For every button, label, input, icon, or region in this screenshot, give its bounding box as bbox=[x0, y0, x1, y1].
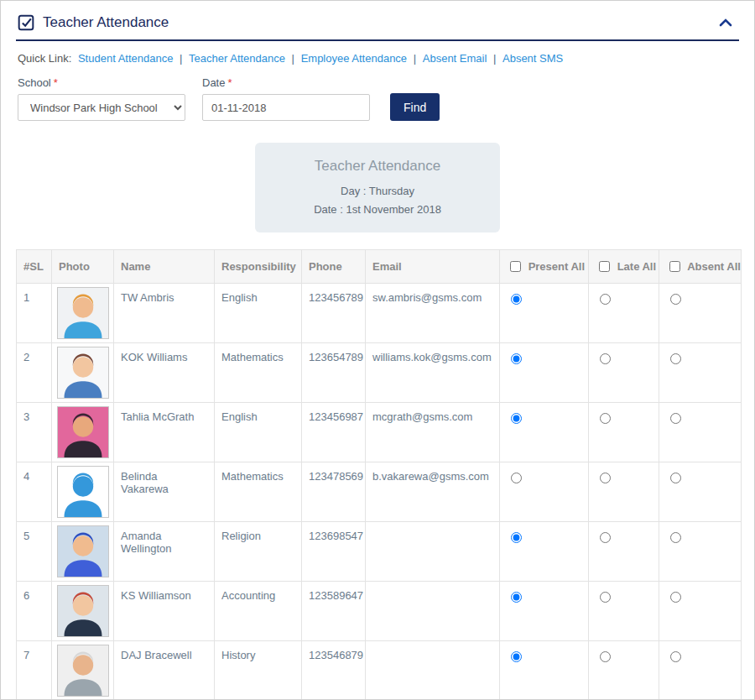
late-cell bbox=[589, 462, 659, 522]
late-cell bbox=[589, 403, 659, 462]
table-row: 7 DAJ Bracewell History 123546879 bbox=[17, 641, 742, 700]
late-radio[interactable] bbox=[600, 353, 611, 364]
link-separator: | bbox=[180, 52, 182, 65]
header-absent-all: Absent All bbox=[659, 250, 742, 284]
email-cell: williams.kok@gsms.com bbox=[366, 343, 500, 403]
late-radio[interactable] bbox=[600, 532, 611, 543]
date-input[interactable] bbox=[202, 94, 370, 121]
link-employee-attendance[interactable]: Employee Attendance bbox=[301, 52, 407, 65]
photo-cell bbox=[52, 403, 114, 462]
absent-radio[interactable] bbox=[670, 353, 681, 364]
table-row: 3 Tahlia McGrath English 123456987 mcgra… bbox=[17, 403, 742, 462]
name-cell: Belinda Vakarewa bbox=[114, 462, 215, 522]
absent-radio[interactable] bbox=[670, 592, 681, 603]
present-cell bbox=[500, 522, 589, 582]
present-cell bbox=[500, 641, 589, 700]
present-radio[interactable] bbox=[511, 353, 522, 364]
header-present-all: Present All bbox=[500, 250, 589, 284]
phone-cell: 123654789 bbox=[302, 343, 366, 403]
avatar bbox=[57, 645, 109, 697]
sl-cell: 7 bbox=[17, 641, 52, 700]
link-absent-email[interactable]: Absent Email bbox=[423, 52, 487, 65]
present-all-checkbox[interactable] bbox=[510, 261, 521, 272]
present-radio[interactable] bbox=[511, 473, 522, 483]
phone-cell: 123478569 bbox=[302, 462, 366, 522]
header-responsibility: Responsibility bbox=[215, 250, 302, 284]
date-field: Date* bbox=[202, 76, 370, 121]
absent-radio[interactable] bbox=[670, 413, 681, 424]
present-radio[interactable] bbox=[511, 592, 522, 603]
header-name: Name bbox=[114, 250, 215, 284]
photo-cell bbox=[52, 582, 114, 641]
present-cell bbox=[500, 582, 589, 641]
table-row: 2 KOK Williams Mathematics 123654789 wil… bbox=[17, 343, 742, 403]
summary-date: Date : 1st November 2018 bbox=[265, 203, 490, 216]
absent-cell bbox=[659, 582, 742, 641]
avatar-head bbox=[73, 476, 93, 496]
late-all-checkbox[interactable] bbox=[599, 261, 610, 272]
name-cell: Amanda Wellington bbox=[114, 522, 215, 582]
email-cell: mcgrath@gsms.com bbox=[366, 403, 500, 462]
name-cell: KS Williamson bbox=[114, 582, 215, 641]
responsibility-cell: English bbox=[215, 403, 302, 462]
avatar bbox=[57, 525, 109, 577]
email-cell: b.vakarewa@gsms.com bbox=[366, 462, 500, 522]
responsibility-cell: Religion bbox=[215, 522, 302, 582]
find-button[interactable]: Find bbox=[390, 93, 440, 121]
avatar bbox=[57, 466, 109, 518]
late-radio[interactable] bbox=[600, 651, 611, 662]
link-separator: | bbox=[414, 52, 416, 65]
email-cell: sw.ambris@gsms.com bbox=[366, 284, 500, 343]
table-row: 6 KS Williamson Accounting 123589647 bbox=[17, 582, 742, 641]
table-row: 1 TW Ambris English 123456789 sw.ambris@… bbox=[17, 284, 742, 343]
photo-cell bbox=[52, 522, 114, 582]
present-cell bbox=[500, 343, 589, 403]
attendance-summary-box: Teacher Attendance Day : Thursday Date :… bbox=[255, 143, 500, 232]
filter-form: School* Windsor Park High School Date* F… bbox=[16, 68, 739, 124]
avatar bbox=[57, 347, 109, 399]
late-cell bbox=[589, 582, 659, 641]
present-radio[interactable] bbox=[511, 651, 522, 662]
school-field: School* Windsor Park High School bbox=[18, 76, 185, 121]
header-late-all: Late All bbox=[589, 250, 659, 284]
late-cell bbox=[589, 641, 659, 700]
absent-radio[interactable] bbox=[670, 532, 681, 543]
present-radio[interactable] bbox=[511, 532, 522, 543]
absent-cell bbox=[659, 522, 742, 582]
absent-radio[interactable] bbox=[670, 651, 681, 662]
late-radio[interactable] bbox=[600, 473, 611, 483]
table-header-row: #SL Photo Name Responsibility Phone Emai… bbox=[17, 250, 742, 284]
late-cell bbox=[589, 522, 659, 582]
sl-cell: 4 bbox=[17, 462, 52, 522]
late-cell bbox=[589, 284, 659, 343]
link-student-attendance[interactable]: Student Attendance bbox=[78, 52, 173, 65]
late-radio[interactable] bbox=[600, 294, 611, 305]
attendance-table: #SL Photo Name Responsibility Phone Emai… bbox=[16, 249, 742, 700]
absent-all-checkbox[interactable] bbox=[669, 261, 680, 272]
present-cell bbox=[500, 284, 589, 343]
avatar bbox=[57, 585, 109, 637]
avatar bbox=[57, 406, 109, 458]
absent-radio[interactable] bbox=[670, 473, 681, 483]
summary-title: Teacher Attendance bbox=[265, 158, 490, 175]
link-absent-sms[interactable]: Absent SMS bbox=[502, 52, 563, 65]
responsibility-cell: English bbox=[215, 284, 302, 343]
absent-cell bbox=[659, 403, 742, 462]
absent-cell bbox=[659, 343, 742, 403]
email-cell bbox=[366, 582, 500, 641]
responsibility-cell: Accounting bbox=[215, 582, 302, 641]
phone-cell: 123589647 bbox=[302, 582, 366, 641]
late-radio[interactable] bbox=[600, 592, 611, 603]
link-teacher-attendance[interactable]: Teacher Attendance bbox=[189, 52, 285, 65]
collapse-chevron-up-icon[interactable] bbox=[714, 15, 737, 31]
absent-radio[interactable] bbox=[670, 294, 681, 305]
late-radio[interactable] bbox=[600, 413, 611, 424]
link-separator: | bbox=[493, 52, 496, 65]
name-cell: DAJ Bracewell bbox=[114, 641, 215, 700]
panel-header: Teacher Attendance bbox=[16, 1, 739, 41]
school-select[interactable]: Windsor Park High School bbox=[18, 94, 185, 121]
present-radio[interactable] bbox=[511, 413, 522, 424]
present-radio[interactable] bbox=[511, 294, 522, 305]
header-photo: Photo bbox=[52, 250, 114, 284]
photo-cell bbox=[52, 284, 114, 343]
